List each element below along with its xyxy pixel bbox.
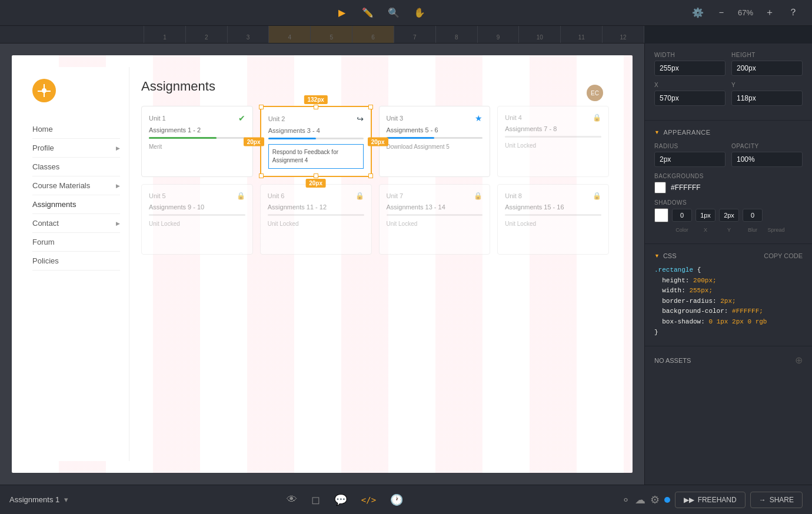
ruler-tick-8: 8 xyxy=(436,26,478,43)
height-field: HEIGHT xyxy=(731,52,803,76)
pencil-tool[interactable]: ✏️ xyxy=(361,6,375,20)
shadow-blur-input[interactable] xyxy=(719,209,739,222)
radius-opacity-row: RADIUS OPACITY xyxy=(654,143,803,167)
ruler-tick-6: 6 xyxy=(352,26,394,43)
y-input[interactable] xyxy=(731,91,803,106)
ruler-tick-11: 11 xyxy=(561,26,603,43)
arrow-tool[interactable]: ▶ xyxy=(335,6,349,20)
shadow-x-input[interactable] xyxy=(672,209,692,222)
handle-bm[interactable] xyxy=(314,173,318,178)
opacity-input[interactable] xyxy=(731,152,803,167)
handle-br[interactable] xyxy=(368,173,373,178)
spacing-top-label: 132px xyxy=(304,95,327,104)
nav-forum[interactable]: Forum xyxy=(32,233,120,252)
unit-card-8[interactable]: Unit 8 🔒 Assignments 15 - 16 Unit Locked xyxy=(497,184,609,255)
search-tool[interactable]: 🔍 xyxy=(387,6,401,20)
unit-card-2[interactable]: Unit 2 ↩ Assignments 3 - 4 Respond to Fe… xyxy=(260,106,372,177)
minus-icon[interactable]: － xyxy=(714,6,728,20)
x-field: X xyxy=(654,82,726,106)
page-dropdown-arrow[interactable]: ▾ xyxy=(64,495,68,504)
help-icon[interactable]: ？ xyxy=(786,6,800,20)
nav-classes[interactable]: Classes xyxy=(32,158,120,176)
spacing-bottom-label: 20px xyxy=(305,179,326,188)
unit-card-4[interactable]: Unit 4 🔒 Assignments 7 - 8 Unit Locked xyxy=(497,106,609,177)
upload-icon[interactable]: ☁ xyxy=(635,493,645,506)
nav-profile-arrow: ▶ xyxy=(116,145,120,151)
freehand-label: FREEHAND xyxy=(698,496,737,504)
unit-5-status: Unit Locked xyxy=(149,221,245,227)
handle-tl[interactable] xyxy=(259,105,264,109)
units-grid-row1: Unit 1 ✔ Assignments 1 - 2 Merit xyxy=(141,106,609,177)
unit-2-back-icon: ↩ xyxy=(357,114,364,124)
unit-1-status: Merit xyxy=(149,143,245,150)
code-icon[interactable]: </> xyxy=(361,495,376,505)
share-label: SHARE xyxy=(770,496,794,504)
css-selector: .rectangle xyxy=(654,266,693,273)
unit-4-assignments: Assignments 7 - 8 xyxy=(505,125,601,132)
zoom-level: 67% xyxy=(738,8,753,17)
shadow-label-color: Color xyxy=(672,227,692,233)
zoom-control: 67% xyxy=(738,8,753,17)
unit-1-assignments: Assignments 1 - 2 xyxy=(149,126,245,133)
ruler-tick-1: 1 xyxy=(144,26,186,43)
xy-row: X Y xyxy=(654,82,803,106)
nav-profile[interactable]: Profile ▶ xyxy=(32,139,120,158)
unit-5-assignments: Assignments 9 - 10 xyxy=(149,203,245,211)
settings-bottom-icon[interactable]: ⚙ xyxy=(650,493,660,506)
unit-7-status: Unit Locked xyxy=(387,221,483,227)
shadow-y-input[interactable] xyxy=(695,209,716,222)
message-icon[interactable]: 💬 xyxy=(334,493,347,506)
nav-policies[interactable]: Policies xyxy=(32,252,120,271)
handle-bl[interactable] xyxy=(259,173,264,178)
blue-dot-indicator xyxy=(664,497,670,503)
unit-card-6[interactable]: Unit 6 🔒 Assignments 11 - 12 Unit Locked xyxy=(260,184,372,255)
nav-course-materials-label: Course Materials xyxy=(32,181,90,190)
nav-assignments[interactable]: Assignments xyxy=(32,195,120,214)
unit-7-lock-icon: 🔒 xyxy=(474,192,482,200)
comment-icon[interactable]: ◻ xyxy=(311,493,320,506)
unit-2-assignments: Assignments 3 - 4 xyxy=(268,127,364,134)
plus-icon[interactable]: ＋ xyxy=(763,6,777,20)
width-input[interactable] xyxy=(654,61,726,76)
ruler: 1 2 3 4 5 6 7 8 9 10 11 12 xyxy=(144,26,644,44)
right-panel: WIDTH HEIGHT X Y xyxy=(644,44,812,485)
unit-card-7[interactable]: Unit 7 🔒 Assignments 13 - 14 Unit Locked xyxy=(379,184,491,255)
css-code-block: .rectangle { height: 200px; width: 255px… xyxy=(654,265,803,338)
radius-input[interactable] xyxy=(654,152,726,167)
nav-policies-label: Policies xyxy=(32,256,59,265)
share-network-icon[interactable]: ⚬ xyxy=(621,493,630,506)
handle-tm[interactable] xyxy=(314,105,318,109)
bottom-left: Assignments 1 ▾ xyxy=(9,495,68,504)
nav-home[interactable]: Home xyxy=(32,120,120,139)
handle-tr[interactable] xyxy=(368,105,373,109)
wh-row: WIDTH HEIGHT xyxy=(654,52,803,76)
height-input[interactable] xyxy=(731,61,803,76)
unit-card-3[interactable]: Unit 3 ★ Assignments 5 - 6 Download Assi… xyxy=(379,106,491,177)
shadow-color-swatch[interactable] xyxy=(654,208,668,222)
unit-card-5[interactable]: Unit 5 🔒 Assignments 9 - 10 Unit Locked xyxy=(141,184,253,255)
share-button[interactable]: → SHARE xyxy=(750,492,803,508)
freehand-button[interactable]: ▶▶ FREEHAND xyxy=(675,492,746,508)
unit-card-1[interactable]: Unit 1 ✔ Assignments 1 - 2 Merit xyxy=(141,106,253,177)
unit-2-progress-bar xyxy=(268,138,364,139)
unit-7-progress-bar xyxy=(387,214,483,216)
hand-tool[interactable]: ✋ xyxy=(412,6,427,20)
copy-code-button[interactable]: COPY CODE xyxy=(764,252,803,259)
nav-contact[interactable]: Contact ▶ xyxy=(32,214,120,233)
unit-7-label: Unit 7 🔒 xyxy=(387,192,483,200)
unit-4-status: Unit Locked xyxy=(505,142,601,149)
toolbar-right: ⚙️ － 67% ＋ ？ xyxy=(691,6,800,20)
top-toolbar: ▶ ✏️ 🔍 ✋ ⚙️ － 67% ＋ ？ xyxy=(0,0,812,26)
eye-icon[interactable]: 👁 xyxy=(287,493,297,506)
nav-course-materials[interactable]: Course Materials ▶ xyxy=(32,176,120,195)
history-icon[interactable]: 🕐 xyxy=(390,493,403,506)
appearance-header: ▼ APPEARANCE xyxy=(654,129,803,136)
settings-icon[interactable]: ⚙️ xyxy=(691,6,705,20)
bg-color-swatch[interactable] xyxy=(654,182,666,193)
no-assets-section: NO ASSETS ⊕ xyxy=(645,346,812,374)
bottom-center: 👁 ◻ 💬 </> 🕐 xyxy=(287,493,403,506)
ruler-tick-12: 12 xyxy=(603,26,644,43)
shadow-spread-input[interactable] xyxy=(743,209,763,222)
main-area: Home Profile ▶ Classes Course Materials … xyxy=(0,44,812,485)
x-input[interactable] xyxy=(654,91,726,106)
